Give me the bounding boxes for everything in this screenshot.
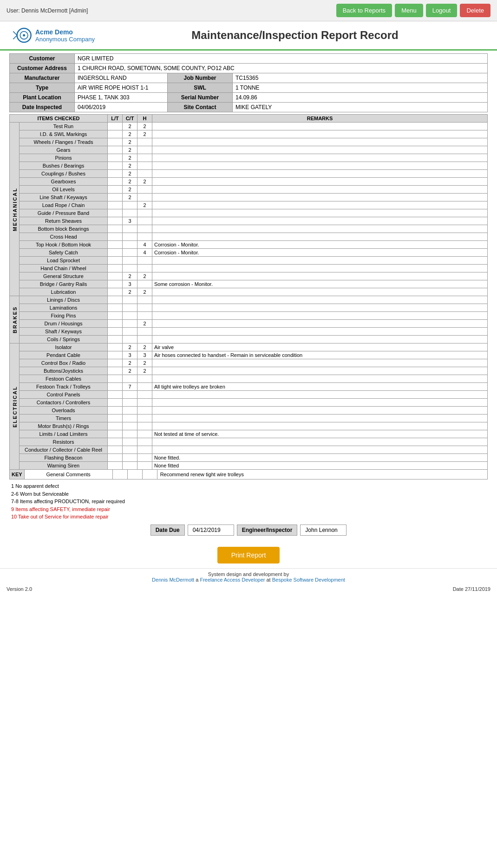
- remark-value: [152, 328, 488, 336]
- lt-value: [108, 462, 123, 470]
- inspection-item-label: Wheels / Flanges / Treads: [20, 138, 108, 146]
- remark-value: [152, 225, 488, 233]
- h-value: 2: [137, 201, 152, 209]
- ct-value: [123, 438, 137, 446]
- h-value: [137, 296, 152, 304]
- address-value: 1 CHURCH ROAD, SOMETOWN, SOME COUNTY, PO…: [75, 64, 488, 73]
- ct-value: [123, 454, 137, 462]
- h-value: [137, 446, 152, 454]
- h-value: 3: [137, 351, 152, 359]
- inspection-item-label: Limits / Load Limiters: [20, 430, 108, 438]
- print-report-button[interactable]: Print Report: [217, 547, 280, 564]
- logo-block: Acme Demo Anonymous Company: [9, 26, 102, 45]
- inspection-item-label: Contactors / Controllers: [20, 399, 108, 407]
- main-content: Customer NGR LIMITED Customer Address 1 …: [0, 51, 497, 540]
- h-value: [137, 162, 152, 170]
- ct-value: [123, 225, 137, 233]
- back-to-reports-button[interactable]: Back to Reports: [336, 4, 392, 17]
- logout-button[interactable]: Logout: [426, 4, 458, 17]
- delete-button[interactable]: Delete: [460, 4, 490, 17]
- lt-value: [108, 422, 123, 430]
- ct-value: [123, 312, 137, 320]
- manufacturer-value: INGERSOLL RAND: [75, 73, 168, 83]
- inspection-item-label: Couplings / Bushes: [20, 170, 108, 178]
- inspection-item-label: Isolator: [20, 343, 108, 351]
- lt-value: [108, 249, 123, 257]
- version-label: Version 2.0: [7, 586, 32, 592]
- lt-value: [108, 454, 123, 462]
- customer-label: Customer: [10, 54, 75, 64]
- report-title: Maintenance/Inspection Report Record: [102, 29, 488, 42]
- h-value: [137, 312, 152, 320]
- swl-value: 1 TONNE: [233, 83, 488, 93]
- plant-value: PHASE 1, TANK 303: [75, 93, 168, 103]
- remark-value: [152, 312, 488, 320]
- inspection-item-label: Pendant Cable: [20, 351, 108, 359]
- ct-value: 2: [123, 146, 137, 154]
- inspection-item-label: Fixing Pins: [20, 312, 108, 320]
- key-line: 10 Take out of Service for immediate rep…: [11, 513, 488, 521]
- print-area: Print Report: [0, 547, 497, 564]
- ct-value: [123, 233, 137, 241]
- company-name: Acme Demo Anonymous Company: [35, 28, 95, 43]
- lt-value: [108, 280, 123, 288]
- inspection-item-label: Festoon Track / Trolleys: [20, 383, 108, 391]
- engineer-label: Engineer/Inspector: [237, 525, 298, 536]
- lt-value: [108, 430, 123, 438]
- footer-link-dennis[interactable]: Dennis McDermott: [152, 577, 194, 583]
- lt-value: [108, 194, 123, 201]
- contact-label: Site Contact: [168, 103, 233, 112]
- ct-value: [123, 336, 137, 343]
- top-buttons: Back to Reports Menu Logout Delete: [336, 4, 490, 17]
- remark-value: Corrosion - Monitor.: [152, 249, 488, 257]
- ct-value: [123, 422, 137, 430]
- lt-value: [108, 130, 123, 138]
- ct-header: C/T: [123, 115, 137, 123]
- date-due-label: Date Due: [150, 525, 185, 536]
- footer-link-bespoke[interactable]: Bespoke Software Development: [272, 577, 345, 583]
- job-number-label: Job Number: [168, 73, 233, 83]
- company-logo-icon: [9, 26, 33, 45]
- ct-value: 2: [123, 272, 137, 280]
- lt-value: [108, 272, 123, 280]
- h-value: [137, 391, 152, 399]
- remark-value: [152, 257, 488, 265]
- svg-point-4: [23, 34, 25, 37]
- ct-value: 2: [123, 130, 137, 138]
- menu-button[interactable]: Menu: [395, 4, 423, 17]
- remark-value: [152, 146, 488, 154]
- remark-value: [152, 217, 488, 225]
- h-value: [137, 138, 152, 146]
- inspection-item-label: Shaft / Keyways: [20, 328, 108, 336]
- h-value: [137, 186, 152, 194]
- h-value: [137, 462, 152, 470]
- footer-link-freelance[interactable]: Freelance Access Developer: [200, 577, 265, 583]
- remark-value: [152, 336, 488, 343]
- ct-value: [123, 296, 137, 304]
- remark-value: [152, 272, 488, 280]
- inspection-item-label: Bushes / Bearings: [20, 162, 108, 170]
- inspection-item-label: General Structure: [20, 272, 108, 280]
- ct-value: 2: [123, 288, 137, 296]
- lt-value: [108, 209, 123, 217]
- h-value: 4: [137, 249, 152, 257]
- h-value: [137, 154, 152, 162]
- lt-value: [108, 241, 123, 249]
- lt-value: [108, 296, 123, 304]
- info-table: Customer NGR LIMITED Customer Address 1 …: [9, 53, 488, 112]
- manufacturer-label: Manufacturer: [10, 73, 75, 83]
- h-header: H: [137, 115, 152, 123]
- lt-value: [108, 154, 123, 162]
- remark-value: [152, 375, 488, 383]
- svg-line-3: [13, 35, 17, 39]
- remark-value: [152, 391, 488, 399]
- ct-value: 2: [123, 154, 137, 162]
- lt-value: [108, 446, 123, 454]
- serial-value: 14.09.86: [233, 93, 488, 103]
- inspection-item-label: Oil Levels: [20, 186, 108, 194]
- inspection-item-label: Warning Siren: [20, 462, 108, 470]
- remark-value: [152, 288, 488, 296]
- inspection-item-label: Hand Chain / Wheel: [20, 265, 108, 272]
- h-value: [137, 438, 152, 446]
- inspection-item-label: Control Box / Radio: [20, 359, 108, 367]
